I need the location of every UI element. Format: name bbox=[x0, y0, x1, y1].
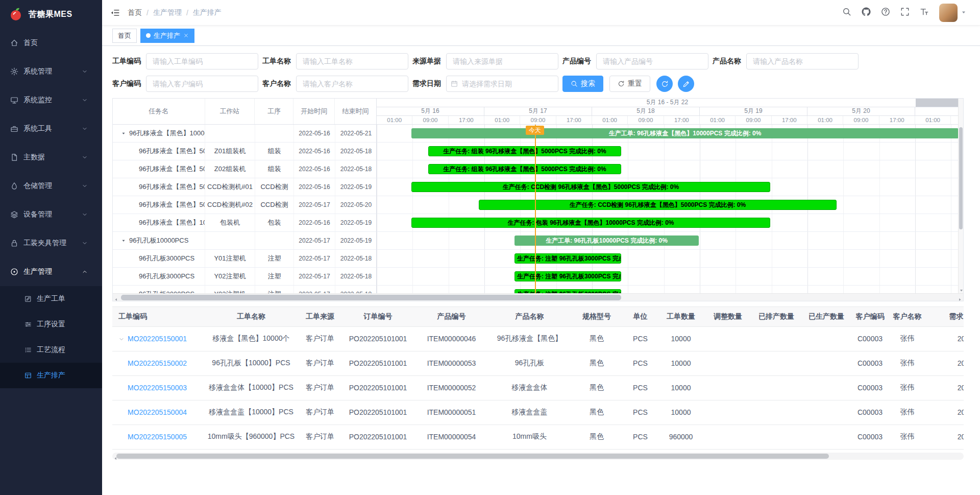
filter-input[interactable] bbox=[296, 76, 408, 92]
gantt-row[interactable]: 96孔孔板3000PCSY03注塑机注塑2022-05-172022-05-18 bbox=[113, 286, 376, 293]
sidebar-item-2[interactable]: 系统监控 bbox=[0, 86, 102, 114]
work-order-link[interactable]: MO202205150001 bbox=[128, 335, 187, 343]
table-row[interactable]: MO202205150001移液盒【黑色】10000个客户订单PO2022051… bbox=[112, 326, 964, 351]
gantt-row[interactable]: 96孔移液盒【黑色】10000PCS2022-05-162022-05-21 bbox=[113, 125, 376, 143]
filter-input[interactable] bbox=[746, 53, 859, 69]
table-row[interactable]: MO20220515000510mm吸头【960000】PCS客户订单PO202… bbox=[112, 425, 964, 449]
gantt-row[interactable]: 96孔孔板3000PCSY02注塑机注塑2022-05-172022-05-18 bbox=[113, 268, 376, 286]
work-order-link[interactable]: MO202205150004 bbox=[128, 408, 187, 416]
tag-item-1[interactable]: 生产排产 bbox=[140, 29, 194, 43]
gantt-row[interactable]: 96孔移液盒【黑色】5000PCSCCD检测机#02CCD检测2022-05-1… bbox=[113, 196, 376, 214]
gantt-timeline-row: 生产任务: 包装 96孔移液盒【黑色】10000PCS 完成比例: 0% bbox=[377, 214, 958, 232]
gantt-bar[interactable]: 生产工单: 96孔移液盒【黑色】10000PCS 完成比例: 0% bbox=[411, 128, 958, 138]
gantt-row[interactable]: 96孔移液盒【黑色】5000PCSZ02组装机组装2022-05-162022-… bbox=[113, 160, 376, 178]
scrollbar-thumb[interactable] bbox=[121, 295, 621, 300]
app-logo[interactable]: 苦糖果MES bbox=[0, 0, 102, 29]
gantt-row[interactable]: 96孔孔板10000PCS2022-05-172022-05-19 bbox=[113, 232, 376, 250]
search-icon[interactable] bbox=[837, 3, 856, 22]
work-order-link[interactable]: MO202205150005 bbox=[128, 433, 187, 441]
gantt-row[interactable]: 96孔移液盒【黑色】5000PCSCCD检测机#01CCD检测2022-05-1… bbox=[113, 178, 376, 196]
gantt-row[interactable]: 96孔移液盒【黑色】10000PCS包装机包装2022-05-162022-05… bbox=[113, 214, 376, 232]
gantt-bar[interactable]: 生产任务: 注塑 96孔孔板3000PCS 完成比例: 0% bbox=[514, 289, 621, 293]
work-order-link[interactable]: MO202205150002 bbox=[128, 359, 187, 367]
gantt-bar[interactable]: 生产任务: 包装 96孔移液盒【黑色】10000PCS 完成比例: 0% bbox=[411, 218, 770, 228]
gantt-hour-header: 01:00 bbox=[915, 116, 951, 125]
sidebar-item-3[interactable]: 系统工具 bbox=[0, 114, 102, 143]
table-row[interactable]: MO20220515000296孔孔板【10000】PCS客户订单PO20220… bbox=[112, 351, 964, 375]
table-row[interactable]: MO202205150003移液盒盒体【10000】PCS客户订单PO20220… bbox=[112, 375, 964, 400]
sidebar-item-5[interactable]: 仓储管理 bbox=[0, 172, 102, 200]
warehouse-icon bbox=[10, 182, 18, 190]
sidebar-item-7[interactable]: 工装夹具管理 bbox=[0, 229, 102, 257]
date-input[interactable] bbox=[446, 76, 558, 92]
search-button[interactable]: 搜索 bbox=[562, 76, 603, 92]
work-order-link[interactable]: MO202205150003 bbox=[128, 384, 187, 392]
filter-input[interactable] bbox=[146, 53, 258, 69]
gantt-column-header: 任务名 bbox=[113, 99, 205, 124]
sidebar-subitem-0[interactable]: 生产工单 bbox=[0, 286, 102, 312]
expand-arrow-icon[interactable] bbox=[121, 131, 126, 136]
scrollbar-thumb[interactable] bbox=[959, 127, 963, 229]
fullscreen-icon[interactable] bbox=[895, 3, 915, 22]
reset-button[interactable]: 重置 bbox=[609, 76, 650, 92]
gantt-bar[interactable]: 生产任务: 组装 96孔移液盒【黑色】5000PCS 完成比例: 0% bbox=[428, 164, 621, 174]
expand-arrow-icon[interactable] bbox=[121, 238, 126, 243]
scroll-down-arrow-icon[interactable] bbox=[959, 288, 964, 293]
gantt-bar[interactable]: 生产任务: CCD检测 96孔移液盒【黑色】5000PCS 完成比例: 0% bbox=[479, 200, 837, 210]
sidebar-item-6[interactable]: 设备管理 bbox=[0, 200, 102, 229]
gantt-week-header: 5月 16 - 5月 22 bbox=[377, 99, 958, 107]
filter-input[interactable] bbox=[296, 53, 408, 69]
sidebar-item-4[interactable]: 主数据 bbox=[0, 143, 102, 172]
sidebar-subitem-1[interactable]: 工序设置 bbox=[0, 312, 102, 337]
user-avatar[interactable] bbox=[939, 4, 958, 22]
tag-item-0[interactable]: 首页 bbox=[112, 29, 137, 43]
table-cell: 202 bbox=[926, 375, 964, 400]
table-cell: C00003 bbox=[851, 375, 889, 400]
scroll-right-arrow-icon[interactable] bbox=[958, 295, 962, 304]
sidebar-item-1[interactable]: 系统管理 bbox=[0, 57, 102, 86]
top-navbar: 首页/生产管理/生产排产 bbox=[102, 0, 980, 26]
refresh-button[interactable] bbox=[656, 76, 673, 92]
gantt-row[interactable]: 96孔移液盒【黑色】5000PCSZ01组装机组装2022-05-162022-… bbox=[113, 143, 376, 160]
gantt-day-header: 5月 19 bbox=[700, 107, 807, 115]
edit-button[interactable] bbox=[678, 76, 694, 92]
filter-label: 工单编码 bbox=[112, 57, 142, 66]
gantt-timeline-row: 生产任务: 组装 96孔移液盒【黑色】5000PCS 完成比例: 0% bbox=[377, 160, 958, 178]
filter-input[interactable] bbox=[596, 53, 708, 69]
caret-down-icon[interactable] bbox=[961, 8, 967, 17]
scrollbar-thumb[interactable] bbox=[116, 454, 829, 459]
sidebar-subitem-2[interactable]: 工艺流程 bbox=[0, 337, 102, 363]
gantt-bar[interactable]: 生产任务: CCD检测 96孔移液盒【黑色】5000PCS 完成比例: 0% bbox=[411, 182, 770, 192]
table-column-header: 工单名称 bbox=[204, 307, 298, 326]
github-icon[interactable] bbox=[856, 3, 876, 22]
filter-input[interactable] bbox=[146, 76, 258, 92]
font-size-icon[interactable] bbox=[915, 3, 934, 22]
filter-input[interactable] bbox=[446, 53, 558, 69]
table-cell: ITEM00000051 bbox=[414, 400, 489, 425]
fold-menu-icon[interactable] bbox=[110, 8, 119, 17]
sidebar-item-8[interactable]: 生产管理 bbox=[0, 257, 102, 286]
gantt-column-header: 开始时间 bbox=[293, 99, 335, 124]
table-cell: 张伟 bbox=[889, 400, 926, 425]
gantt-bar[interactable]: 生产任务: 注塑 96孔孔板3000PCS 完成比例: 0% bbox=[514, 253, 621, 264]
gantt-bar-label: 生产任务: 注塑 96孔孔板3000PCS 完成比例: 0% bbox=[517, 272, 621, 281]
scroll-left-arrow-icon[interactable] bbox=[114, 295, 118, 304]
gantt-hour-header: 09:00 bbox=[736, 116, 771, 125]
table-cell: PO202205101001 bbox=[342, 326, 414, 351]
gantt-bar[interactable]: 生产任务: 组装 96孔移液盒【黑色】5000PCS 完成比例: 0% bbox=[428, 146, 621, 156]
sidebar-item-0[interactable]: 首页 bbox=[0, 29, 102, 57]
table-cell: 202 bbox=[926, 326, 964, 351]
filter-label: 客户名称 bbox=[262, 79, 292, 88]
table-cell: ITEM00000052 bbox=[414, 375, 489, 400]
expand-row-icon[interactable] bbox=[118, 336, 125, 342]
sidebar-subitem-3[interactable]: 生产排产 bbox=[0, 363, 102, 388]
breadcrumb-item[interactable]: 首页 bbox=[128, 8, 142, 17]
question-icon[interactable] bbox=[876, 3, 895, 22]
table-row[interactable]: MO202205150004移液盒盒盖【10000】PCS客户订单PO20220… bbox=[112, 400, 964, 425]
close-icon[interactable] bbox=[183, 33, 189, 38]
gantt-bar[interactable]: 生产工单: 96孔孔板10000PCS 完成比例: 0% bbox=[514, 235, 699, 246]
breadcrumb-item: 生产排产 bbox=[193, 8, 222, 17]
gantt-bar[interactable]: 生产任务: 注塑 96孔孔板3000PCS 完成比例: 0% bbox=[514, 271, 621, 281]
gantt-row[interactable]: 96孔孔板3000PCSY01注塑机注塑2022-05-172022-05-18 bbox=[113, 250, 376, 268]
sidebar-item-label: 系统工具 bbox=[23, 124, 82, 133]
